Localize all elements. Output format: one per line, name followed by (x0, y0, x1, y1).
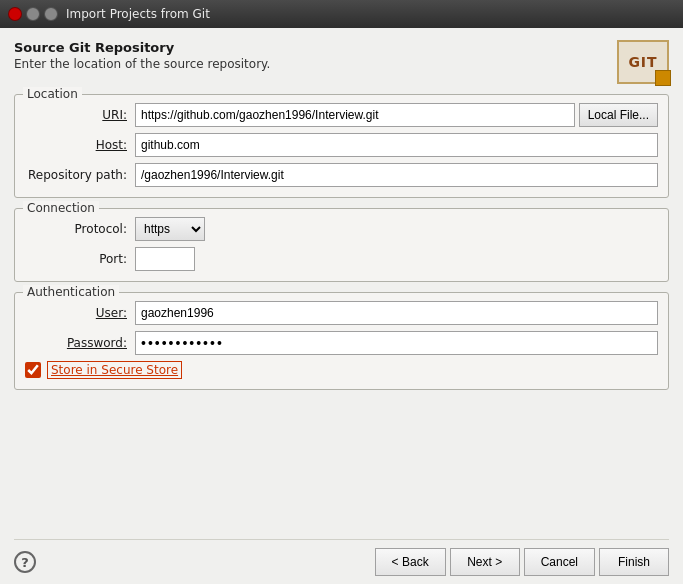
bottom-bar: ? < Back Next > Cancel Finish (14, 539, 669, 576)
help-button[interactable]: ? (14, 551, 36, 573)
secure-store-row: Store in Secure Store (25, 361, 658, 379)
repo-path-label: Repository path: (25, 168, 135, 182)
user-input[interactable] (135, 301, 658, 325)
git-icon: GIT (617, 40, 669, 84)
uri-row: URI: Local File... (25, 103, 658, 127)
uri-label: URI: (25, 108, 135, 122)
nav-buttons: < Back Next > Cancel Finish (375, 548, 669, 576)
connection-legend: Connection (23, 201, 99, 215)
secure-store-label[interactable]: Store in Secure Store (47, 361, 182, 379)
port-row: Port: (25, 247, 658, 271)
protocol-row: Protocol: https http git ssh (25, 217, 658, 241)
main-content: Source Git Repository Enter the location… (0, 28, 683, 584)
cancel-button[interactable]: Cancel (524, 548, 595, 576)
minimize-button[interactable] (26, 7, 40, 21)
user-label: User: (25, 306, 135, 320)
port-label: Port: (25, 252, 135, 266)
page-subtitle: Enter the location of the source reposit… (14, 57, 270, 71)
port-input[interactable] (135, 247, 195, 271)
protocol-label: Protocol: (25, 222, 135, 236)
close-button[interactable] (8, 7, 22, 21)
uri-input[interactable] (135, 103, 575, 127)
password-input[interactable] (135, 331, 658, 355)
user-row: User: (25, 301, 658, 325)
location-section: Location URI: Local File... Host: Reposi… (14, 94, 669, 198)
page-header: Source Git Repository Enter the location… (14, 40, 669, 84)
protocol-select[interactable]: https http git ssh (135, 217, 205, 241)
connection-section: Connection Protocol: https http git ssh … (14, 208, 669, 282)
authentication-section: Authentication User: Password: Store in … (14, 292, 669, 390)
repo-path-row: Repository path: (25, 163, 658, 187)
location-legend: Location (23, 87, 82, 101)
page-header-text: Source Git Repository Enter the location… (14, 40, 270, 71)
host-input[interactable] (135, 133, 658, 157)
maximize-button[interactable] (44, 7, 58, 21)
secure-store-checkbox[interactable] (25, 362, 41, 378)
window-title: Import Projects from Git (66, 7, 210, 21)
authentication-legend: Authentication (23, 285, 119, 299)
finish-button[interactable]: Finish (599, 548, 669, 576)
page-title: Source Git Repository (14, 40, 270, 55)
back-button[interactable]: < Back (375, 548, 446, 576)
host-label: Host: (25, 138, 135, 152)
password-label: Password: (25, 336, 135, 350)
window-controls[interactable] (8, 7, 58, 21)
host-row: Host: (25, 133, 658, 157)
password-row: Password: (25, 331, 658, 355)
title-bar: Import Projects from Git (0, 0, 683, 28)
local-file-button[interactable]: Local File... (579, 103, 658, 127)
repo-path-input[interactable] (135, 163, 658, 187)
next-button[interactable]: Next > (450, 548, 520, 576)
